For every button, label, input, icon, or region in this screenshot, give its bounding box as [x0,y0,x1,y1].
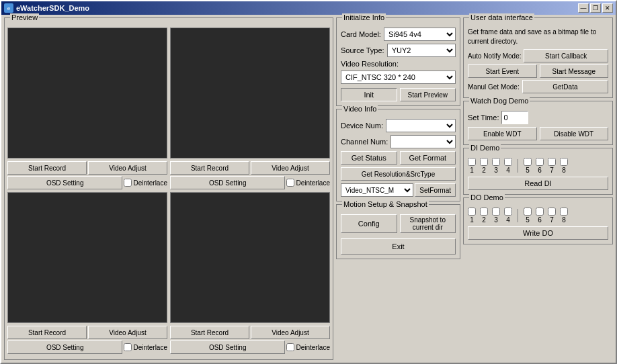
set-format-button[interactable]: SetFormat [415,183,456,197]
do-checkbox-7[interactable] [548,208,556,216]
deinterlace-label-3: Deinterlace [133,344,167,351]
auto-notify-label: Auto Notify Mode: [468,52,521,60]
do-checkboxes: 1 2 3 4 [468,208,608,224]
source-type-row: Source Type: YUY2 RGB24 [341,44,456,57]
enable-wdt-button[interactable]: Enable WDT [468,127,537,140]
start-event-button[interactable]: Start Event [468,64,537,78]
get-format-button[interactable]: Get Format [400,151,456,165]
di-num-5: 5 [526,167,530,174]
minimize-button[interactable]: — [578,3,589,13]
do-checkbox-8[interactable] [560,208,568,216]
do-cb-4: 4 [504,208,512,224]
do-num-8: 8 [562,216,566,224]
di-checkbox-1[interactable] [468,158,476,166]
source-type-select[interactable]: YUY2 RGB24 [387,44,456,57]
do-cb-6: 6 [536,208,544,224]
close-button[interactable]: ✕ [602,3,613,13]
exit-button[interactable]: Exit [341,238,456,255]
video-adjust-button-2[interactable]: Video Adjust [251,161,330,175]
preview-controls-1: Start Record Video Adjust OSD Setting De… [7,160,167,189]
video-adjust-button-1[interactable]: Video Adjust [88,161,167,175]
title-bar: e eWatcherSDK_Demo — ❐ ✕ [1,1,616,15]
deinterlace-label-2: Deinterlace [296,179,330,187]
di-num-6: 6 [538,167,542,174]
di-cb-8: 8 [560,158,568,174]
format-select[interactable]: Video_NTSC_M Video_PAL_B [341,183,413,197]
video-adjust-button-3[interactable]: Video Adjust [88,326,167,339]
di-num-4: 4 [506,167,510,174]
resolution-select[interactable]: CIF_NTSC 320 * 240 D1_NTSC 720 * 480 [341,71,456,84]
get-data-button[interactable]: GetData [522,80,608,93]
set-time-input[interactable]: 0 [501,111,528,124]
di-num-1: 1 [470,167,474,174]
preview-group-label: Preview [10,13,39,21]
preview-canvas-1 [7,28,167,158]
do-checkbox-5[interactable] [524,208,532,216]
read-di-button[interactable]: Read DI [468,177,608,190]
do-num-2: 2 [482,216,486,224]
deinterlace-label-1: Deinterlace [133,179,167,187]
do-num-4: 4 [506,216,510,224]
preview-bottom-row [7,192,330,323]
init-info-label: Initialize Info [342,13,386,21]
write-do-button[interactable]: Write DO [468,226,608,240]
osd-setting-button-1[interactable]: OSD Setting [7,176,122,189]
start-record-button-3[interactable]: Start Record [7,326,87,339]
do-num-5: 5 [526,216,530,224]
di-checkbox-3[interactable] [492,158,500,166]
app-icon: e [4,3,13,13]
restore-button[interactable]: ❐ [590,3,601,13]
config-button[interactable]: Config [341,214,397,233]
device-num-select[interactable] [386,119,456,132]
di-cb-6: 6 [536,158,544,174]
di-num-2: 2 [482,167,486,174]
get-resolution-button[interactable]: Get Resolution&SrcType [341,167,456,181]
do-num-3: 3 [494,216,498,224]
osd-setting-button-4[interactable]: OSD Setting [170,340,285,354]
do-group: DO Demo 1 2 3 [463,197,613,244]
di-checkboxes: 1 2 3 4 [468,158,608,174]
di-num-3: 3 [494,167,498,174]
do-cb-2: 2 [480,208,488,224]
start-callback-button[interactable]: Start Callback [524,49,608,62]
di-cb-2: 2 [480,158,488,174]
di-checkbox-8[interactable] [560,158,568,166]
status-format-row: Get Status Get Format [341,151,456,165]
di-checkbox-2[interactable] [480,158,488,166]
deinterlace-checkbox-3[interactable] [124,343,132,351]
device-num-row: Device Num: [341,119,456,132]
do-checkbox-2[interactable] [480,208,488,216]
deinterlace-checkbox-1[interactable] [124,179,132,187]
disable-wdt-button[interactable]: Disable WDT [540,127,609,140]
di-label: DI Demo [469,144,501,152]
osd-setting-button-2[interactable]: OSD Setting [170,176,285,189]
card-model-select[interactable]: Si945 4v4 Si945 2v2 [384,28,456,41]
di-checkbox-6[interactable] [536,158,544,166]
init-button[interactable]: Init [341,88,397,101]
channel-num-row: Channel Num: [341,135,456,148]
start-record-button-4[interactable]: Start Record [170,326,249,339]
video-info-label: Video Info [342,105,378,113]
osd-setting-button-3[interactable]: OSD Setting [7,340,122,354]
get-status-button[interactable]: Get Status [341,151,397,165]
di-cb-7: 7 [548,158,556,174]
do-checkbox-6[interactable] [536,208,544,216]
start-record-button-2[interactable]: Start Record [170,161,249,175]
start-record-button-1[interactable]: Start Record [7,161,87,175]
channel-num-select[interactable] [390,135,456,148]
di-checkbox-5[interactable] [524,158,532,166]
di-checkbox-4[interactable] [504,158,512,166]
start-message-button[interactable]: Start Message [540,64,609,78]
do-checkbox-4[interactable] [504,208,512,216]
di-num-7: 7 [550,167,554,174]
deinterlace-checkbox-2[interactable] [286,179,294,187]
di-checkbox-7[interactable] [548,158,556,166]
do-checkbox-1[interactable] [468,208,476,216]
start-preview-button[interactable]: Start Preview [400,88,456,101]
snapshot-button[interactable]: Snapshot to current dir [400,214,456,233]
deinterlace-checkbox-4[interactable] [286,343,294,351]
video-adjust-button-4[interactable]: Video Adjust [251,326,330,339]
do-checkbox-3[interactable] [492,208,500,216]
right-section: User data interface Get frame data and s… [463,17,613,360]
preview-canvas-2 [170,28,330,158]
